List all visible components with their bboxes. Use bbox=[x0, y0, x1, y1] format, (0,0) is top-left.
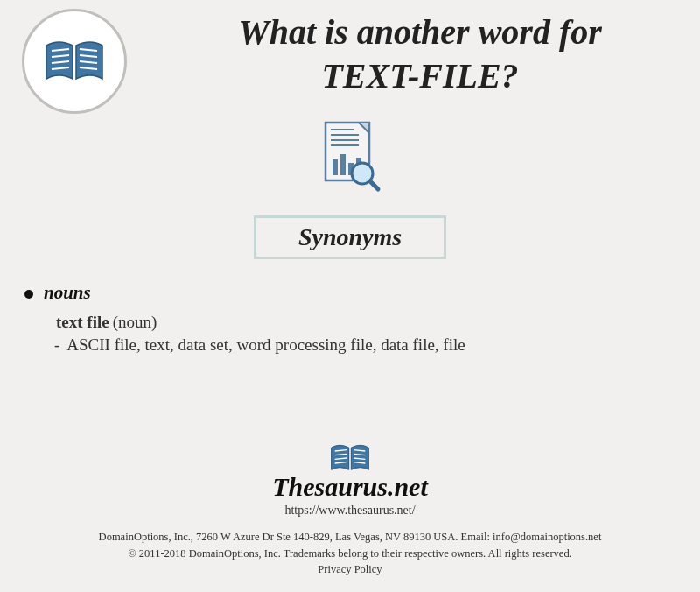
footer-text: DomainOptions, Inc., 7260 W Azure Dr Ste… bbox=[0, 529, 700, 578]
headword-line: text file (noun) bbox=[56, 313, 676, 332]
dash-icon: - bbox=[54, 335, 60, 355]
title-line2: TEXT-FILE? bbox=[321, 56, 518, 95]
footer-line-address: DomainOptions, Inc., 7260 W Azure Dr Ste… bbox=[0, 529, 700, 546]
site-url: https://www.thesaurus.net/ bbox=[284, 504, 415, 518]
svg-line-18 bbox=[370, 181, 378, 189]
pos-heading: nouns bbox=[44, 282, 91, 304]
book-logo-circle bbox=[22, 9, 127, 114]
pos-paren: (noun) bbox=[113, 313, 158, 331]
page-title: What is another word for TEXT-FILE? bbox=[175, 11, 665, 98]
open-book-icon bbox=[39, 35, 109, 88]
svg-rect-14 bbox=[340, 154, 346, 175]
entry-body: text file (noun) - ASCII file, text, dat… bbox=[56, 313, 676, 355]
footer-logo: Thesaurus.net https://www.thesaurus.net/ bbox=[0, 440, 700, 518]
synonym-entry: nouns text file (noun) - ASCII file, tex… bbox=[24, 282, 676, 355]
title-line1: What is another word for bbox=[238, 12, 602, 52]
footer-line-privacy[interactable]: Privacy Policy bbox=[0, 561, 700, 578]
synonym-list: ASCII file, text, data set, word process… bbox=[66, 335, 465, 355]
site-name: Thesaurus.net bbox=[272, 472, 428, 502]
footer-line-copyright: © 2011-2018 DomainOptions, Inc. Trademar… bbox=[0, 546, 700, 562]
report-search-icon bbox=[0, 117, 700, 200]
open-book-icon bbox=[326, 440, 374, 476]
pos-heading-line: nouns bbox=[24, 282, 676, 304]
svg-rect-13 bbox=[332, 159, 338, 175]
synonym-line: - ASCII file, text, data set, word proce… bbox=[54, 335, 676, 355]
bullet-dot-icon bbox=[24, 290, 33, 299]
section-heading-synonyms: Synonyms bbox=[254, 215, 446, 259]
headword: text file bbox=[56, 313, 109, 331]
